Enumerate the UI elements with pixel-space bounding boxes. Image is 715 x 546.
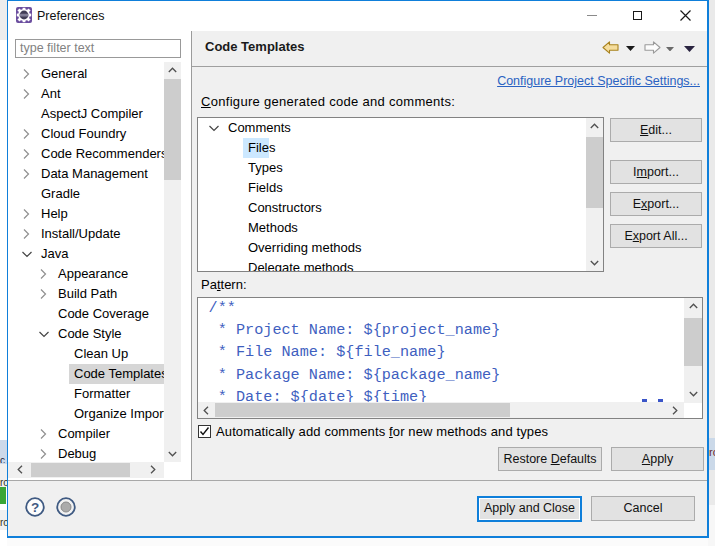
svg-text:?: ? (31, 500, 39, 515)
